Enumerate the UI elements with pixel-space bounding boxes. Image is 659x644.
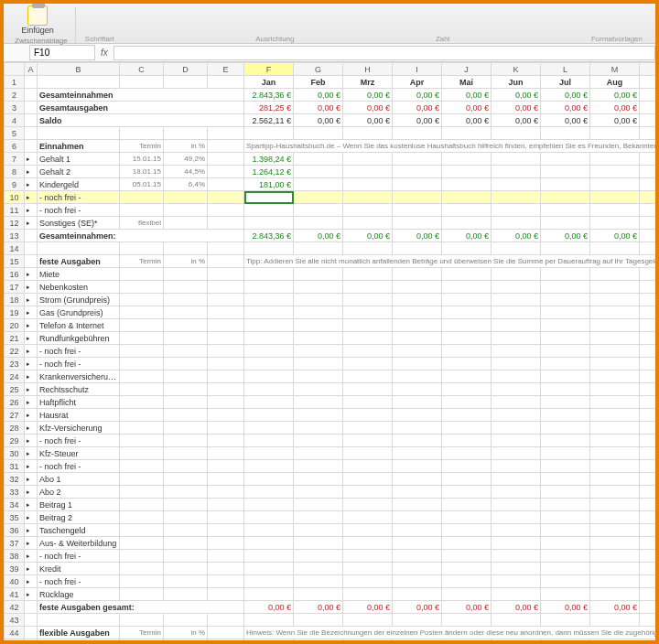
row-header-2[interactable]: 2 bbox=[5, 89, 25, 102]
list-item[interactable]: Nebenkosten bbox=[38, 281, 120, 294]
list-item[interactable]: Stromkosten (kWh)* bbox=[38, 639, 120, 645]
row-header-6[interactable]: 6 bbox=[5, 140, 25, 153]
col-A[interactable]: A bbox=[25, 63, 38, 76]
row-header-44[interactable]: 44 bbox=[5, 627, 25, 639]
list-item[interactable]: - noch frei - bbox=[38, 460, 120, 473]
corner-cell[interactable] bbox=[5, 63, 25, 76]
cell-jan[interactable]: 2.843,36 € bbox=[244, 89, 294, 102]
cell-mon[interactable]: 0,00 € bbox=[442, 102, 492, 114]
total-einnahmen[interactable]: Gesamteinnahmen: bbox=[38, 230, 244, 242]
row-header-33[interactable]: 33 bbox=[5, 486, 25, 499]
col-E[interactable]: E bbox=[208, 63, 244, 76]
month-header[interactable]: Feb bbox=[294, 76, 343, 89]
col-F[interactable]: F bbox=[244, 63, 294, 76]
list-item[interactable]: Kredit bbox=[38, 563, 120, 575]
row-header-26[interactable]: 26 bbox=[5, 396, 25, 409]
row-header-5[interactable]: 5 bbox=[5, 127, 25, 140]
list-item[interactable]: Taschengeld bbox=[38, 524, 120, 537]
row-header-28[interactable]: 28 bbox=[5, 422, 25, 435]
section-flex[interactable]: flexible Ausgaben bbox=[38, 627, 120, 639]
cell-mon[interactable]: 0,00 € bbox=[492, 114, 541, 127]
month-header[interactable]: Aug bbox=[590, 76, 640, 89]
cell-mon[interactable]: 0,00 € bbox=[294, 601, 343, 614]
cell-mon[interactable]: 0,00 € bbox=[343, 601, 393, 614]
col-H[interactable]: H bbox=[343, 63, 393, 76]
row-header-7[interactable]: 7 bbox=[5, 153, 25, 166]
cell-mon[interactable]: 0,00 € bbox=[590, 230, 640, 242]
row-header-25[interactable]: 25 bbox=[5, 383, 25, 396]
col-D[interactable]: D bbox=[164, 63, 208, 76]
total-feste[interactable]: feste Ausgaben gesamt: bbox=[38, 601, 244, 614]
row-header-39[interactable]: 39 bbox=[5, 563, 25, 575]
cell-mon[interactable]: 0,00 € bbox=[343, 230, 393, 242]
cell-jan[interactable] bbox=[244, 639, 294, 645]
col-N[interactable]: N bbox=[640, 63, 660, 76]
cell-mon[interactable]: 0,00 € bbox=[640, 601, 660, 614]
cell-mon[interactable]: 0,00 € bbox=[492, 601, 541, 614]
row-header-34[interactable]: 34 bbox=[5, 499, 25, 511]
cell-mon[interactable]: 0,00 € bbox=[442, 230, 492, 242]
cell-mon[interactable]: 0,00 € bbox=[343, 102, 393, 114]
cell-mon[interactable]: 0,00 € bbox=[343, 114, 393, 127]
row-header-20[interactable]: 20 bbox=[5, 319, 25, 332]
cell-mon[interactable]: 0,00 € bbox=[393, 114, 442, 127]
row-header-4[interactable]: 4 bbox=[5, 114, 25, 127]
cell-mon[interactable]: 0,00 € bbox=[640, 114, 660, 127]
month-header[interactable]: Jan bbox=[244, 76, 294, 89]
section-feste[interactable]: feste Ausgaben bbox=[38, 255, 120, 268]
col-B[interactable]: B bbox=[38, 63, 120, 76]
cell-mon[interactable]: 0,00 € bbox=[590, 102, 640, 114]
cell-mon[interactable]: 0,00 € bbox=[442, 601, 492, 614]
list-item[interactable]: Haftpflicht bbox=[38, 396, 120, 409]
col-M[interactable]: M bbox=[590, 63, 640, 76]
list-item[interactable]: Hausrat bbox=[38, 409, 120, 422]
cell-jan[interactable]: 1.264,12 € bbox=[244, 166, 294, 178]
cell-mon[interactable]: 0,00 € bbox=[393, 601, 442, 614]
row-header-38[interactable]: 38 bbox=[5, 550, 25, 563]
row-header-13[interactable]: 13 bbox=[5, 230, 25, 242]
row-header-37[interactable]: 37 bbox=[5, 537, 25, 550]
cell-mon[interactable]: 0,00 € bbox=[343, 89, 393, 102]
list-item[interactable]: Kfz-Steuer bbox=[38, 447, 120, 460]
col-C[interactable]: C bbox=[120, 63, 164, 76]
cell-mon[interactable]: 0,00 € bbox=[492, 102, 541, 114]
list-item[interactable]: - noch frei - bbox=[38, 358, 120, 370]
cell-mon[interactable]: 0,00 € bbox=[294, 102, 343, 114]
month-header[interactable]: Jul bbox=[541, 76, 590, 89]
cell-jan[interactable]: 281,25 € bbox=[244, 102, 294, 114]
month-header[interactable]: Jun bbox=[492, 76, 541, 89]
list-item[interactable]: - noch frei - bbox=[38, 345, 120, 358]
list-item[interactable]: Aus- & Weiterbildung bbox=[38, 537, 120, 550]
list-item[interactable]: Gehalt 1 bbox=[38, 153, 120, 166]
list-item[interactable]: Abo 1 bbox=[38, 473, 120, 486]
col-K[interactable]: K bbox=[492, 63, 541, 76]
cell-mon[interactable]: 0,00 € bbox=[492, 89, 541, 102]
list-item[interactable]: Beitrag 1 bbox=[38, 499, 120, 511]
list-item[interactable]: Sonstiges (SE)* bbox=[38, 217, 120, 230]
row-header-35[interactable]: 35 bbox=[5, 511, 25, 524]
row-header-23[interactable]: 23 bbox=[5, 358, 25, 370]
cell-mon[interactable]: 0,00 € bbox=[294, 114, 343, 127]
cell-mon[interactable]: 0,00 € bbox=[393, 89, 442, 102]
column-headers[interactable]: A B C D E F G H I J K L M N bbox=[5, 63, 660, 76]
cell-mon[interactable]: 0,00 € bbox=[541, 114, 590, 127]
list-item[interactable]: Telefon & Internet bbox=[38, 319, 120, 332]
cell-mon[interactable]: 0,00 € bbox=[393, 102, 442, 114]
list-item[interactable]: - noch frei - bbox=[38, 575, 120, 588]
row-header-32[interactable]: 32 bbox=[5, 473, 25, 486]
cell-mon[interactable]: 0,00 € bbox=[640, 89, 660, 102]
spreadsheet-grid[interactable]: A B C D E F G H I J K L M N 1JanFebMrzAp… bbox=[4, 62, 659, 644]
row-header-17[interactable]: 17 bbox=[5, 281, 25, 294]
row-header-40[interactable]: 40 bbox=[5, 575, 25, 588]
list-item[interactable]: - noch frei - bbox=[38, 550, 120, 563]
cell-mon[interactable]: 0,00 € bbox=[640, 102, 660, 114]
row-header-16[interactable]: 16 bbox=[5, 268, 25, 281]
formula-input[interactable] bbox=[113, 46, 655, 60]
fx-icon[interactable]: fx bbox=[101, 48, 108, 58]
list-item[interactable]: Rundfunkgebühren bbox=[38, 332, 120, 345]
label-gesamteinnahmen[interactable]: Gesamteinnahmen bbox=[38, 89, 244, 102]
month-header[interactable]: Apr bbox=[393, 76, 442, 89]
cell-mon[interactable]: 0,00 € bbox=[590, 601, 640, 614]
list-item[interactable]: Gehalt 2 bbox=[38, 166, 120, 178]
row-header-21[interactable]: 21 bbox=[5, 332, 25, 345]
